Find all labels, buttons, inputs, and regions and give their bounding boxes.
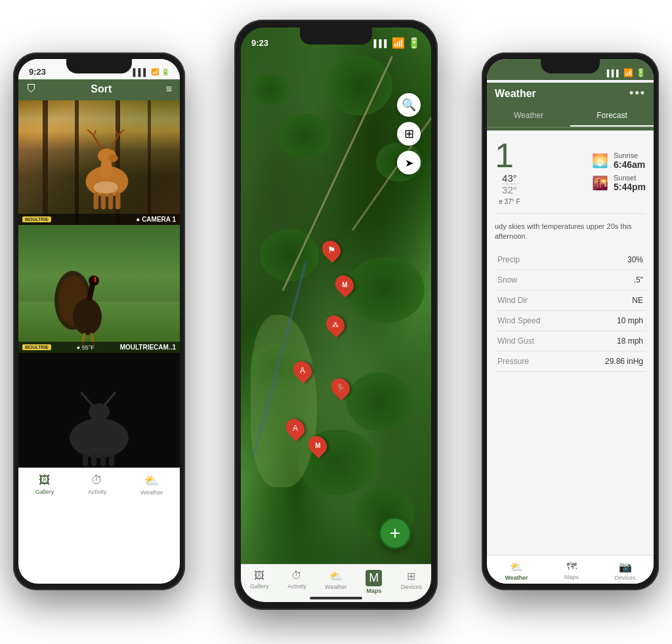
photo-deer[interactable]: MOULTRIE ● CAMERA 1 bbox=[18, 100, 180, 225]
map-tab-weather[interactable]: ⛅ Weather bbox=[325, 570, 347, 594]
weather-tab-forecast[interactable]: Forecast bbox=[570, 106, 654, 127]
gallery-menu-icon[interactable]: ≡ bbox=[166, 83, 172, 95]
turkey-camera-name: MOULTRIECAM..1 bbox=[120, 344, 176, 351]
stat-snow-value: .5" bbox=[634, 275, 643, 285]
weather-title: Weather bbox=[495, 88, 536, 100]
phone-center-screen: 9:23 ▌▌▌ 📶 🔋 🔍 ⊞ ➤ bbox=[241, 28, 431, 602]
bottom-devices-label: Devices bbox=[615, 574, 636, 581]
filter-icon[interactable]: ⛉ bbox=[26, 83, 37, 95]
map-location-icon: ➤ bbox=[405, 157, 413, 169]
weather-content: 1 43° 32° e 37° F 🌅 Sunrise bbox=[487, 131, 654, 555]
stat-pressure-value: 29.86 inHg bbox=[605, 357, 643, 366]
map-maps-label: Maps bbox=[366, 588, 381, 594]
map-pin-stand[interactable]: A bbox=[287, 418, 304, 438]
svg-point-3 bbox=[108, 155, 118, 162]
night-deer-svg bbox=[47, 389, 152, 468]
right-notch bbox=[541, 59, 600, 73]
weather-tab-maps[interactable]: 🗺 Maps bbox=[564, 561, 579, 581]
svg-rect-32 bbox=[100, 453, 106, 466]
weather-tab-weather[interactable]: ⛅ Weather bbox=[505, 561, 528, 581]
svg-rect-12 bbox=[94, 192, 98, 209]
turkey-temp: ● 55°F bbox=[77, 344, 94, 351]
tab-weather-left[interactable]: ⛅ Weather bbox=[140, 473, 163, 496]
weather-dots-menu[interactable]: ••• bbox=[629, 87, 646, 100]
map-search-icon: 🔍 bbox=[402, 98, 416, 112]
tab-gallery[interactable]: 🖼 Gallery bbox=[35, 473, 54, 496]
weather-sun-info: 🌅 Sunrise 6:46am 🌇 Sunset 5:4 bbox=[592, 151, 646, 192]
phone-left: 9:23 ▌▌▌ 📶 🔋 ⛉ Sort ≡ bbox=[13, 52, 185, 590]
map-pin-deer[interactable]: 🦌 bbox=[332, 378, 349, 397]
fab-add-button[interactable]: + bbox=[379, 517, 411, 550]
svg-line-29 bbox=[104, 392, 116, 405]
svg-rect-31 bbox=[91, 453, 96, 466]
deer-svg bbox=[68, 127, 146, 212]
svg-rect-13 bbox=[101, 192, 106, 209]
weather-feels: e 37° F bbox=[499, 198, 520, 205]
svg-point-16 bbox=[94, 182, 118, 194]
map-tab-gallery[interactable]: 🖼 Gallery bbox=[250, 570, 269, 594]
svg-rect-30 bbox=[83, 453, 88, 466]
weather-tab-label-left: Weather bbox=[140, 489, 163, 496]
sunrise-row: 🌅 Sunrise 6:46am bbox=[592, 151, 646, 170]
weather-tab-current[interactable]: Weather bbox=[487, 106, 570, 127]
stat-pressure-label: Pressure bbox=[497, 357, 529, 366]
svg-line-11 bbox=[116, 131, 118, 136]
gallery-header: ⛉ Sort ≡ bbox=[18, 79, 180, 100]
right-status-icons: ▌▌▌ 📶 🔋 bbox=[607, 68, 646, 77]
map-tab-devices[interactable]: ⊞ Devices bbox=[401, 570, 422, 594]
deer-photo-bg bbox=[18, 100, 180, 225]
left-time: 9:23 bbox=[29, 67, 46, 77]
gallery-sort-title: Sort bbox=[42, 83, 161, 95]
center-status-bar: 9:23 ▌▌▌ 📶 🔋 bbox=[241, 28, 431, 52]
map-pin-m-2[interactable]: M bbox=[309, 435, 326, 455]
center-status-icons: ▌▌▌ 📶 🔋 bbox=[374, 37, 421, 49]
weather-icon-left: ⛅ bbox=[144, 473, 159, 488]
map-tab-activity[interactable]: ⏱ Activity bbox=[287, 570, 306, 594]
night-photo-bg bbox=[18, 353, 180, 468]
center-signal: ▌▌▌ bbox=[374, 39, 389, 47]
svg-line-7 bbox=[94, 131, 96, 136]
svg-line-4 bbox=[94, 136, 102, 150]
gallery-icon: 🖼 bbox=[39, 473, 51, 487]
map-pin-flag-2[interactable]: A bbox=[294, 361, 311, 380]
turkey-photo-label: MOULTRIE ● 55°F MOULTRIECAM..1 bbox=[18, 342, 180, 353]
map-tab-maps[interactable]: M Maps bbox=[366, 570, 382, 594]
map-home-indicator bbox=[310, 597, 362, 599]
stat-precip-label: Precip bbox=[497, 255, 520, 264]
stat-wind-dir-value: NE bbox=[632, 296, 643, 305]
map-layers-btn[interactable]: ⊞ bbox=[397, 122, 421, 146]
sunset-label: Sunset bbox=[614, 174, 646, 182]
right-screen-content: Weather ••• Weather Forecast 1 bbox=[487, 83, 654, 584]
bottom-weather-icon: ⛅ bbox=[510, 561, 523, 573]
center-battery: 🔋 bbox=[408, 37, 421, 49]
bottom-maps-label: Maps bbox=[564, 574, 579, 580]
weather-temp-range: 43° 32° bbox=[502, 172, 517, 195]
wifi-icon: 📶 bbox=[151, 68, 159, 75]
activity-icon: ⏱ bbox=[91, 473, 103, 487]
signal-icon: ▌▌▌ bbox=[133, 68, 148, 76]
map-search-btn[interactable]: 🔍 bbox=[397, 93, 421, 117]
map-gallery-icon: 🖼 bbox=[254, 570, 264, 582]
battery-icon: 🔋 bbox=[161, 68, 169, 75]
map-pin-flag-1[interactable]: ⚑ bbox=[323, 240, 340, 260]
svg-line-20 bbox=[89, 284, 93, 300]
left-notch bbox=[66, 59, 132, 73]
phone-right: 9:23 ▌▌▌ 📶 🔋 Weather ••• Weather bbox=[482, 52, 659, 590]
svg-line-8 bbox=[110, 136, 118, 150]
gallery-tab-label: Gallery bbox=[35, 489, 54, 495]
map-devices-icon: ⊞ bbox=[407, 570, 415, 582]
map-pin-tracks[interactable]: ⁂ bbox=[327, 315, 344, 334]
weather-tab-devices[interactable]: 📷 Devices bbox=[615, 561, 636, 581]
map-devices-label: Devices bbox=[401, 584, 422, 590]
photo-turkey[interactable]: MOULTRIE ● 55°F MOULTRIECAM..1 bbox=[18, 225, 180, 353]
map-pin-m-1[interactable]: M bbox=[336, 275, 353, 294]
bottom-maps-icon: 🗺 bbox=[566, 561, 577, 573]
svg-line-28 bbox=[81, 392, 93, 405]
sunrise-label: Sunrise bbox=[614, 151, 645, 159]
tab-activity[interactable]: ⏱ Activity bbox=[88, 473, 107, 496]
map-location-btn[interactable]: ➤ bbox=[397, 151, 421, 174]
stat-wind-gust: Wind Gust 18 mph bbox=[495, 331, 646, 352]
stat-wind-dir-label: Wind Dir bbox=[497, 296, 528, 305]
photo-night[interactable] bbox=[18, 353, 180, 468]
phone-right-screen: 9:23 ▌▌▌ 📶 🔋 Weather ••• Weather bbox=[487, 59, 654, 584]
